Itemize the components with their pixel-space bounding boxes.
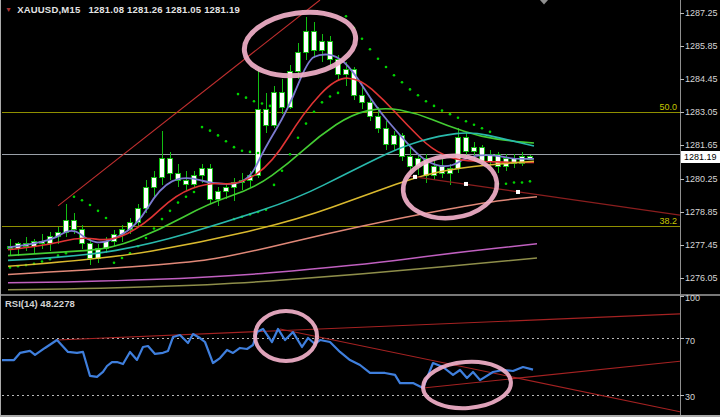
rsi-axis-label: 70 (685, 336, 695, 346)
sar-dot (41, 260, 44, 263)
sar-dot (153, 227, 156, 230)
candle-body (272, 93, 277, 126)
sar-dot (269, 105, 272, 108)
candle-body (160, 159, 165, 178)
sar-dot (225, 140, 228, 143)
candle-body (320, 41, 325, 50)
trendline-handle[interactable] (413, 175, 417, 179)
candle-body (200, 168, 205, 175)
sar-dot (417, 94, 420, 97)
annotation-ellipse[interactable] (422, 359, 513, 411)
ema-salmon (8, 197, 537, 275)
candle-body (152, 178, 157, 187)
sar-dot (305, 122, 308, 125)
sar-dot (529, 180, 532, 183)
mt4-chart-window: ▼XAUUSD,M151281.08 1281.26 1281.05 1281.… (0, 0, 720, 417)
candle-body (304, 32, 309, 53)
sar-dot (473, 123, 476, 126)
candle-body (144, 187, 149, 208)
sar-dot (113, 261, 116, 264)
candle-body (392, 135, 397, 144)
sar-dot (345, 15, 348, 18)
sar-dot (385, 66, 388, 69)
candle-body (312, 32, 317, 51)
rsi-support-rising[interactable] (423, 361, 680, 388)
candle-body (168, 159, 173, 173)
sar-dot (457, 116, 460, 119)
candle-body (184, 180, 189, 185)
candle-body (328, 41, 333, 60)
sar-dot (185, 195, 188, 198)
rsi-axis-label: 30 (685, 392, 695, 402)
candle-body (72, 220, 77, 229)
candle-body (472, 147, 477, 152)
sar-dot (201, 126, 204, 129)
rsi-indicator-label: RSI(14) 48.2278 (5, 298, 75, 309)
candle-body (408, 157, 413, 166)
sar-dot (513, 181, 516, 184)
sar-dot (297, 136, 300, 139)
sar-dot (377, 57, 380, 60)
sar-dot (81, 199, 84, 202)
price-axis-label: 1283.05 (685, 107, 718, 117)
sar-dot (425, 100, 428, 103)
candle-body (224, 187, 229, 192)
sar-dot (481, 127, 484, 130)
rsi-axis-label: 100 (685, 293, 700, 303)
sar-dot (105, 217, 108, 220)
sar-dot (505, 182, 508, 185)
sar-dot (237, 93, 240, 96)
main-price-pane[interactable] (2, 0, 680, 290)
chart-canvas[interactable] (0, 0, 720, 417)
sar-dot (313, 110, 316, 113)
trendline-handle[interactable] (516, 190, 520, 194)
sar-dot (145, 237, 148, 240)
candle-body (280, 93, 285, 107)
sar-dot (245, 96, 248, 99)
sar-dot (489, 131, 492, 134)
rsi-breakdown-line[interactable] (280, 329, 680, 412)
sar-dot (97, 210, 100, 213)
sar-dot (329, 95, 332, 98)
candle-body (264, 109, 269, 126)
sar-dot (449, 113, 452, 116)
sar-dot (249, 151, 252, 154)
sar-dot (217, 134, 220, 137)
sar-dot (161, 218, 164, 221)
sar-dot (89, 204, 92, 207)
sar-dot (233, 146, 236, 149)
rsi-pane[interactable] (2, 314, 680, 412)
sar-dot (193, 191, 196, 194)
price-axis-label: 1287.25 (685, 8, 718, 18)
sar-dot (281, 169, 284, 172)
sar-dot (521, 181, 524, 184)
sar-dot (441, 109, 444, 112)
price-axis-label: 1278.85 (685, 207, 718, 217)
sar-dot (253, 100, 256, 103)
sar-dot (289, 153, 292, 156)
sar-dot (321, 101, 324, 104)
sar-dot (209, 129, 212, 132)
current-price-tag: 1281.19 (681, 151, 720, 163)
candle-body (64, 220, 69, 232)
annotation-ellipse[interactable] (255, 311, 317, 361)
candle-body (216, 192, 221, 199)
symbol-dropdown-icon[interactable]: ▼ (5, 6, 12, 13)
price-axis-label: 1281.65 (685, 140, 718, 150)
ohlc-quotes: 1281.08 1281.26 1281.05 1281.19 (88, 4, 239, 15)
sar-dot (369, 48, 372, 51)
fib-level-label: 38.2 (659, 216, 677, 226)
rsi-resistance-rising[interactable] (57, 314, 680, 340)
ema-olive (8, 258, 537, 290)
candle-body (376, 117, 381, 129)
sar-dot (465, 120, 468, 123)
price-axis-label: 1276.05 (685, 273, 718, 283)
sar-dot (121, 257, 124, 260)
symbol-timeframe: XAUUSD,M15 (17, 4, 80, 15)
sar-dot (73, 195, 76, 198)
rsi-line (2, 329, 533, 388)
candle-body (360, 95, 365, 102)
sar-dot (361, 37, 364, 40)
sar-dot (337, 92, 340, 95)
trendline-handle[interactable] (464, 182, 468, 186)
